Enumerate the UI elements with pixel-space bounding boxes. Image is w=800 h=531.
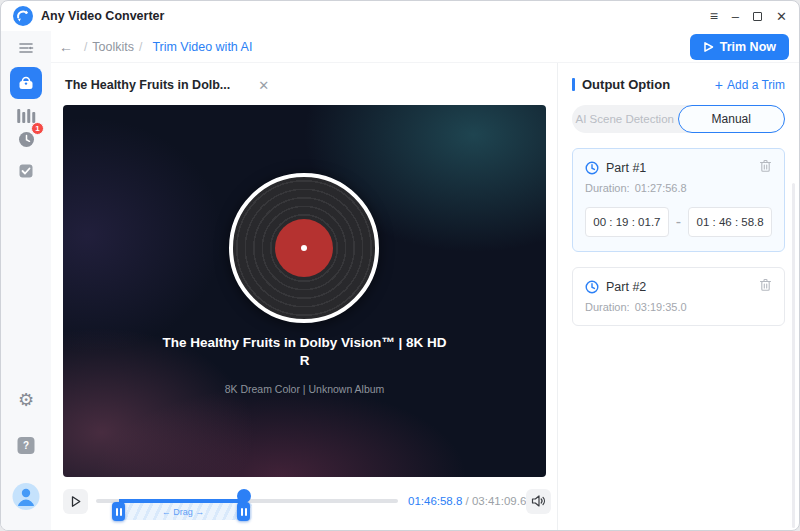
- help-icon[interactable]: ?: [18, 437, 35, 454]
- overlay-title-line2: R: [93, 352, 516, 370]
- duration-label: Duration:: [585, 182, 630, 194]
- minimize-button[interactable]: –: [732, 10, 739, 23]
- add-a-trim-button[interactable]: + Add a Trim: [715, 78, 785, 92]
- current-time: 01:46:58.8: [408, 495, 462, 507]
- part-card-1[interactable]: Part #1 Duration:01:27:56.8: [572, 148, 785, 252]
- breadcrumb-separator: /: [139, 40, 142, 54]
- video-pane: The Healthy Fruits in Dolb... ✕ The Heal…: [51, 63, 557, 531]
- sidebar-collapse-icon[interactable]: [18, 41, 34, 55]
- time-display: 01:46:58.8 / 03:41:09.6: [408, 495, 526, 507]
- titlebar: Any Video Converter ≡ – ✕: [1, 1, 799, 31]
- app-menu-button[interactable]: ≡: [710, 9, 718, 23]
- sidebar-item-tasks[interactable]: [18, 163, 34, 179]
- duration-value: 03:19:35.0: [635, 301, 687, 313]
- part-name: Part #2: [606, 280, 646, 294]
- back-arrow-icon[interactable]: ←: [59, 39, 73, 55]
- vinyl-record: [229, 173, 379, 323]
- output-option-panel: Output Option + Add a Trim AI Scene Dete…: [557, 63, 799, 531]
- trim-start-handle[interactable]: [112, 502, 125, 521]
- delete-part-icon[interactable]: [759, 159, 772, 177]
- breadcrumb-current: Trim Video with AI: [152, 40, 252, 54]
- video-file-title: The Healthy Fruits in Dolb...: [65, 78, 230, 92]
- sidebar: 1 ⚙ ?: [1, 31, 51, 531]
- delete-part-icon[interactable]: [759, 278, 772, 296]
- part-name: Part #1: [606, 161, 646, 175]
- panel-scrollbar[interactable]: [792, 183, 795, 528]
- overlay-subtitle: 8K Dream Color | Unknown Album: [93, 383, 516, 395]
- tab-ai-scene-detection[interactable]: AI Scene Detection: [572, 105, 678, 133]
- time-separator: /: [466, 495, 469, 507]
- end-time-input[interactable]: 01 : 46 : 58.8: [688, 207, 772, 237]
- duration-value: 01:27:56.8: [635, 182, 687, 194]
- app-window: Any Video Converter ≡ – ✕: [0, 0, 800, 531]
- maximize-button[interactable]: [753, 10, 762, 23]
- video-player[interactable]: The Healthy Fruits in Dolby Vision™ | 8K…: [63, 105, 546, 477]
- app-title: Any Video Converter: [41, 9, 164, 23]
- speaker-icon: [531, 494, 546, 508]
- app-logo-icon: [13, 6, 33, 26]
- accent-bar: [572, 78, 575, 91]
- breadcrumb-separator: /: [84, 40, 87, 54]
- person-icon: [13, 483, 40, 510]
- sidebar-item-history[interactable]: 1: [14, 127, 38, 151]
- vinyl-center-dot: [301, 245, 307, 251]
- trim-timeline[interactable]: ← Drag →: [96, 488, 398, 514]
- plus-icon: +: [715, 78, 723, 92]
- maximize-icon: [753, 12, 762, 21]
- breadcrumb: ← / Toolkits / Trim Video with AI Trim N…: [51, 31, 799, 63]
- overlay-title-line1: The Healthy Fruits in Dolby Vision™ | 8K…: [93, 334, 516, 352]
- trim-now-button[interactable]: Trim Now: [690, 34, 789, 60]
- mode-tabs: AI Scene Detection Manual: [572, 105, 785, 133]
- part-card-2[interactable]: Part #2 Duration:03:19:35.0: [572, 267, 785, 326]
- user-avatar[interactable]: [13, 483, 40, 510]
- panel-title: Output Option: [582, 77, 670, 92]
- trim-drag-region[interactable]: ← Drag →: [114, 503, 252, 520]
- clock-icon: [585, 161, 599, 175]
- vinyl-label: [275, 219, 333, 277]
- task-check-icon: [18, 163, 34, 179]
- drag-label: ← Drag →: [162, 507, 205, 517]
- play-icon: [703, 41, 714, 53]
- play-icon: [68, 494, 83, 509]
- start-time-input[interactable]: 00 : 19 : 01.7: [585, 207, 669, 237]
- playhead[interactable]: [237, 489, 251, 503]
- settings-gear-icon[interactable]: ⚙: [18, 389, 34, 411]
- clock-icon: [585, 280, 599, 294]
- volume-button[interactable]: [526, 489, 551, 514]
- player-controls: ← Drag → 01:46:58.8 / 03:41:09.6: [63, 488, 546, 514]
- sidebar-item-library[interactable]: [17, 109, 35, 123]
- close-video-icon[interactable]: ✕: [258, 78, 269, 93]
- toolbox-icon: [17, 74, 35, 92]
- video-overlay-text: The Healthy Fruits in Dolby Vision™ | 8K…: [93, 334, 516, 395]
- add-a-trim-label: Add a Trim: [727, 78, 785, 92]
- sidebar-item-toolbox[interactable]: [10, 67, 42, 99]
- notification-badge: 1: [31, 122, 44, 135]
- close-button[interactable]: ✕: [776, 10, 787, 23]
- range-dash: -: [676, 213, 681, 231]
- tab-manual[interactable]: Manual: [678, 105, 786, 133]
- breadcrumb-toolkits[interactable]: Toolkits: [92, 40, 134, 54]
- trim-now-label: Trim Now: [720, 40, 776, 54]
- total-time: 03:41:09.6: [472, 495, 526, 507]
- duration-label: Duration:: [585, 301, 630, 313]
- play-button[interactable]: [63, 489, 88, 514]
